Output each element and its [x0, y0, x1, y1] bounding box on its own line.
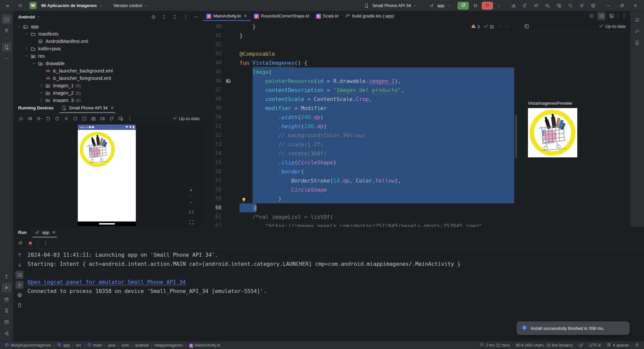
- read-lock[interactable]: [635, 343, 639, 348]
- chevron-right-icon[interactable]: [38, 83, 44, 88]
- code-line-51[interactable]: 51 .height(240.dp): [203, 122, 518, 131]
- breadcrumb-item-MainActivity.kt[interactable]: KMainActivity.kt: [189, 343, 220, 348]
- stop-button[interactable]: [482, 2, 493, 10]
- profile-button[interactable]: [589, 2, 597, 10]
- rotate-left-button[interactable]: [44, 114, 52, 122]
- breadcrumb[interactable]: MiAplicacionImagenes›app›src›main›java›c…: [5, 343, 220, 348]
- window-maximize-button[interactable]: [615, 1, 629, 11]
- code-line-47[interactable]: 47 contentDescription = "Imagen del prod…: [203, 86, 518, 95]
- chevron-down-icon[interactable]: [31, 61, 37, 66]
- code-line-42[interactable]: 42: [203, 40, 518, 49]
- packages-tool-button[interactable]: [2, 294, 11, 304]
- restart-button[interactable]: [107, 114, 115, 122]
- design-view-button[interactable]: [607, 12, 615, 20]
- chevron-right-icon[interactable]: [23, 46, 30, 51]
- zoom-in-button[interactable]: +: [187, 186, 195, 194]
- chevron-down-icon[interactable]: [16, 24, 22, 29]
- tree-item-app[interactable]: app: [13, 23, 203, 30]
- volume-up-button[interactable]: [26, 114, 34, 122]
- editor-tab-build.gradle.kts (:app)[interactable]: build.gradle.kts (:app): [342, 11, 397, 21]
- code-editor[interactable]: 40 }41}4243@Composable44fun VistaImagene…: [203, 21, 518, 227]
- chevron-right-icon[interactable]: [38, 98, 44, 102]
- zoom-out-button[interactable]: −: [187, 198, 195, 206]
- breadcrumb-item-src[interactable]: src: [76, 343, 81, 348]
- editor-tab-MainActivity.kt[interactable]: KMainActivity.kt✕: [203, 11, 251, 21]
- build-tools-tool-button[interactable]: [2, 271, 11, 281]
- breadcrumb-item-main[interactable]: main: [87, 343, 102, 348]
- rerun-button[interactable]: [16, 239, 24, 247]
- run-configuration-selector[interactable]: app: [425, 1, 453, 11]
- overview-button[interactable]: [80, 114, 88, 122]
- tree-item-ic_launcher_foreground.xml[interactable]: </>ic_launcher_foreground.xml: [13, 74, 203, 82]
- chevron-down-icon[interactable]: [23, 54, 30, 58]
- volume-down-button[interactable]: [35, 114, 43, 122]
- main-menu-button[interactable]: [16, 2, 24, 10]
- code-line-54[interactable]: 54 //.rotate(360f): [203, 149, 518, 158]
- code-line-55[interactable]: 55 .clip(CircleShape): [203, 158, 518, 167]
- stop-button[interactable]: [26, 239, 34, 247]
- history-tool-button[interactable]: [2, 306, 11, 315]
- scroll-end-button[interactable]: [15, 281, 23, 289]
- editor-scrollbar[interactable]: [515, 115, 517, 158]
- close-icon[interactable]: ✕: [52, 230, 56, 235]
- gradle-tool-button[interactable]: [633, 27, 642, 36]
- code-line-61[interactable]: 61 /*val imageList = listOf(: [203, 212, 518, 221]
- collapse-all-button[interactable]: [171, 13, 179, 21]
- breadcrumb-item-MiAplicacionImagenes[interactable]: MiAplicacionImagenes: [5, 343, 51, 348]
- previous-problem-icon[interactable]: [497, 24, 501, 29]
- preview-name[interactable]: VistaImagenesPreview: [528, 101, 572, 106]
- caret-position[interactable]: 60:6 (480 chars, 15 line breaks): [516, 343, 573, 348]
- notifications-tool-button[interactable]: [633, 15, 642, 24]
- close-icon[interactable]: ✕: [244, 13, 247, 18]
- project-tree[interactable]: appmanifestsAndroidManifest.xmlkotlin+ja…: [13, 22, 203, 102]
- code-line-53[interactable]: 53 //.scale(1.2f): [203, 140, 518, 149]
- more-v-button[interactable]: [41, 239, 49, 247]
- file-encoding[interactable]: UTF-8: [589, 343, 601, 348]
- project-selector[interactable]: Mi Aplicación de Imágenes: [39, 2, 105, 9]
- search-button[interactable]: [566, 2, 574, 10]
- clear-button[interactable]: [15, 301, 23, 309]
- run-tool-tool-button[interactable]: [2, 283, 11, 292]
- hide-button[interactable]: [192, 13, 200, 21]
- preview-render[interactable]: [528, 108, 577, 157]
- more-v-button[interactable]: [181, 13, 190, 21]
- tree-item-res[interactable]: res: [13, 52, 203, 60]
- split-view-button[interactable]: [597, 12, 605, 20]
- running-devices-tool-button[interactable]: [2, 42, 11, 52]
- code-line-62[interactable]: 62 "https://images.pexels.com/photos/257…: [203, 221, 518, 227]
- code-line-45[interactable]: 45 Image(: [203, 67, 518, 77]
- logcat-tool-button[interactable]: [2, 317, 11, 327]
- chevron-right-icon[interactable]: [38, 91, 44, 95]
- sync-button[interactable]: [532, 2, 540, 10]
- code-line-57[interactable]: 57 BorderStroke(14.dp, Color.Yellow),: [203, 176, 518, 185]
- attach-debugger-button[interactable]: [543, 2, 551, 10]
- editor-tab-Scale.kt[interactable]: KScale.kt: [313, 11, 342, 21]
- editor-options-button[interactable]: [620, 12, 628, 20]
- print-button[interactable]: [15, 291, 23, 299]
- rotate-right-button[interactable]: [53, 114, 61, 122]
- breadcrumb-item-com[interactable]: com: [121, 343, 129, 348]
- up-button[interactable]: [15, 251, 23, 259]
- intention-bulb-icon[interactable]: [241, 196, 247, 205]
- run-tab-app[interactable]: app ✕: [31, 227, 58, 238]
- tree-item-AndroidManifest.xml[interactable]: AndroidManifest.xml: [13, 38, 203, 45]
- breadcrumb-item-java[interactable]: java: [108, 343, 115, 348]
- fit-screen-button[interactable]: [187, 218, 195, 226]
- breadcrumb-item-miappimagenes[interactable]: miappimagenes: [155, 343, 183, 348]
- record-button[interactable]: [98, 114, 106, 122]
- code-line-49[interactable]: 49 modifier = Modifier: [203, 104, 518, 113]
- code-view-button[interactable]: [587, 12, 595, 20]
- home-button[interactable]: [71, 114, 79, 122]
- close-icon[interactable]: ✕: [110, 105, 114, 110]
- tree-item-imagen_3[interactable]: imagen_3(6): [13, 97, 203, 102]
- breadcrumb-item-app[interactable]: app: [57, 343, 70, 348]
- back-button[interactable]: [62, 114, 70, 122]
- project-view-selector[interactable]: Android: [18, 14, 35, 19]
- tree-item-imagen_1[interactable]: imagen_1(6): [13, 82, 203, 89]
- tree-item-imagen_2[interactable]: imagen_2(6): [13, 89, 203, 97]
- zoom-reset-button[interactable]: 1:1: [187, 208, 195, 216]
- code-line-60[interactable]: 60 ): [203, 203, 518, 212]
- code-line-48[interactable]: 48 contentScale = ContentScale.Crop,: [203, 95, 518, 104]
- chevron-down-icon[interactable]: [23, 32, 30, 36]
- notification-toast[interactable]: Install successfully finished in 358 ms.: [517, 321, 630, 335]
